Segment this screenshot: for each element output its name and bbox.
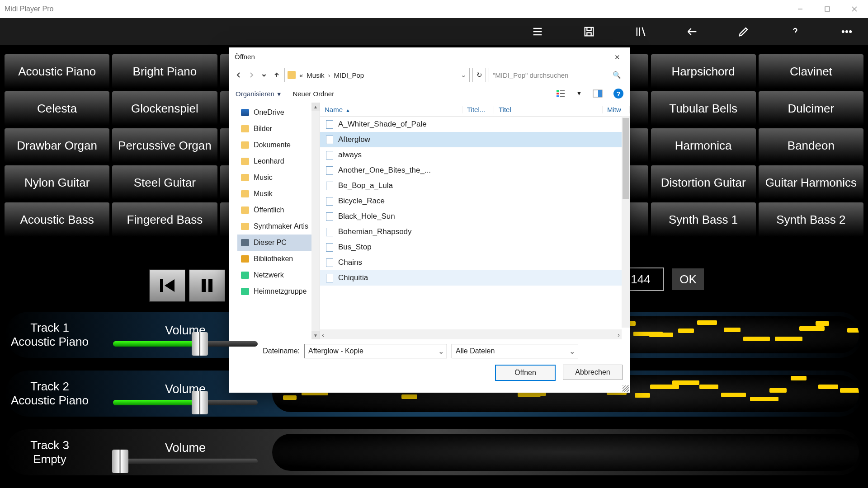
volume-slider[interactable] [113, 400, 258, 405]
instrument-button[interactable]: Glockenspiel [112, 91, 217, 126]
nav-forward-icon[interactable] [246, 70, 256, 80]
instrument-button[interactable]: Dulcimer [759, 91, 863, 126]
chevron-down-icon[interactable]: ⌄ [438, 347, 444, 356]
file-type-filter[interactable]: Alle Dateien⌄ [452, 344, 578, 358]
file-icon [326, 228, 334, 236]
file-row[interactable]: Bohemian_Rhapsody [320, 224, 630, 239]
window-maximize-button[interactable] [814, 0, 841, 18]
instrument-button[interactable]: Celesta [5, 91, 109, 126]
tree-item[interactable]: Musik [237, 186, 320, 202]
preview-pane-icon[interactable] [593, 89, 603, 99]
breadcrumb-item[interactable]: Musik [307, 71, 324, 79]
file-row[interactable]: A_Whiter_Shade_of_Pale [320, 117, 630, 132]
refresh-icon[interactable]: ↻ [472, 68, 486, 82]
search-placeholder: "MIDI_Pop" durchsuchen [493, 71, 568, 79]
save-icon[interactable] [581, 24, 597, 39]
instrument-button[interactable]: Harmonica [651, 128, 756, 163]
tree-item[interactable]: Bibliotheken [237, 251, 320, 267]
dialog-cancel-button[interactable]: Abbrechen [563, 365, 623, 380]
tree-item[interactable]: Dokumente [237, 137, 320, 153]
file-list-hscrollbar[interactable]: ‹› [320, 329, 622, 339]
list-icon[interactable] [530, 24, 545, 39]
instrument-button[interactable]: Clavinet [759, 54, 863, 89]
resize-handle-icon[interactable] [623, 385, 629, 392]
instrument-button[interactable]: Harpsichord [651, 54, 756, 89]
instrument-button[interactable]: Guitar Harmonics [759, 165, 863, 200]
tree-item[interactable]: Heimnetzgruppe [237, 283, 320, 300]
instrument-button[interactable]: Distortion Guitar [651, 165, 756, 200]
breadcrumb-item[interactable]: MIDI_Pop [334, 71, 364, 79]
svg-rect-10 [557, 95, 559, 97]
instrument-button[interactable]: Percussive Organ [112, 128, 217, 163]
instrument-button[interactable]: Synth Bass 1 [651, 202, 756, 237]
pause-button[interactable] [189, 269, 225, 302]
scroll-down-icon[interactable]: ▼ [311, 331, 320, 339]
chevron-down-icon[interactable]: ▼ [576, 90, 582, 97]
folder-icon [241, 223, 249, 230]
sort-asc-icon[interactable]: ▲ [345, 108, 350, 113]
file-row[interactable]: Another_One_Bites_the_... [320, 163, 630, 178]
slider-thumb[interactable] [112, 450, 128, 473]
tree-item[interactable]: Music [237, 169, 320, 186]
file-list-header[interactable]: Name▲ Titel... Titel Mitw [320, 103, 630, 117]
tree-item[interactable]: Öffentlich [237, 202, 320, 218]
tree-item[interactable]: Netzwerk [237, 267, 320, 283]
instrument-button[interactable]: Synth Bass 2 [759, 202, 863, 237]
help-icon[interactable] [788, 24, 803, 39]
volume-slider[interactable] [113, 459, 258, 464]
search-input[interactable]: "MIDI_Pop" durchsuchen 🔍 [489, 68, 625, 82]
file-row[interactable]: Chiquitia [320, 270, 630, 286]
file-row[interactable]: Black_Hole_Sun [320, 209, 630, 224]
chevron-down-icon[interactable]: ⌄ [461, 71, 467, 79]
volume-slider[interactable] [113, 341, 258, 347]
file-row[interactable]: Bicycle_Race [320, 193, 630, 209]
scroll-up-icon[interactable]: ▲ [311, 103, 320, 111]
instrument-button[interactable]: Acoustic Piano [5, 54, 109, 89]
slider-thumb[interactable] [192, 391, 208, 414]
dialog-help-icon[interactable]: ? [613, 89, 623, 99]
window-minimize-button[interactable] [787, 0, 814, 18]
instrument-button[interactable]: Nylon Guitar [5, 165, 109, 200]
tree-item[interactable]: Dieser PC [237, 235, 320, 251]
instrument-button[interactable]: Tubular Bells [651, 91, 756, 126]
file-list-scrollbar[interactable] [622, 116, 630, 328]
more-icon[interactable] [839, 24, 854, 39]
dialog-open-button[interactable]: Öffnen [495, 365, 556, 381]
tree-scrollbar[interactable]: ▲ ▼ [311, 103, 320, 339]
slider-thumb[interactable] [192, 332, 208, 356]
tree-item[interactable]: Synthmaker Artis [237, 218, 320, 235]
file-row[interactable]: Be_Bop_a_Lula [320, 178, 630, 193]
dialog-close-button[interactable]: ✕ [608, 51, 626, 64]
nav-back-icon[interactable] [234, 70, 244, 80]
edit-icon[interactable] [736, 24, 751, 39]
tree-item[interactable]: Leonhard [237, 153, 320, 169]
nav-up-icon[interactable] [272, 70, 282, 80]
back-arrow-icon[interactable] [684, 24, 700, 39]
address-bar[interactable]: « Musik › MIDI_Pop ⌄ [284, 68, 470, 82]
nav-recent-dropdown-icon[interactable] [259, 70, 269, 80]
view-mode-icon[interactable] [556, 89, 566, 99]
file-row[interactable]: Chains [320, 255, 630, 270]
file-row[interactable]: always [320, 147, 630, 163]
instrument-button[interactable]: Acoustic Bass [5, 202, 109, 237]
file-list[interactable]: Name▲ Titel... Titel Mitw A_Whiter_Shade… [320, 103, 630, 339]
tree-item[interactable]: Bilder [237, 121, 320, 137]
tree-item[interactable]: OneDrive [237, 104, 320, 121]
file-row[interactable]: Afterglow [320, 132, 630, 147]
tempo-ok-button[interactable]: OK [672, 268, 704, 290]
skip-back-button[interactable] [149, 269, 185, 302]
new-folder-button[interactable]: Neuer Ordner [292, 90, 334, 98]
filename-input[interactable]: Afterglow - Kopie⌄ [304, 344, 447, 358]
chevron-down-icon[interactable]: ⌄ [569, 347, 575, 356]
instrument-button[interactable]: Steel Guitar [112, 165, 217, 200]
file-row[interactable]: Bus_Stop [320, 239, 630, 255]
instrument-button[interactable]: Drawbar Organ [5, 128, 109, 163]
instrument-button[interactable]: Bright Piano [112, 54, 217, 89]
window-close-button[interactable] [841, 0, 868, 18]
folder-tree[interactable]: OneDriveBilderDokumenteLeonhardMusicMusi… [229, 103, 320, 339]
instrument-button[interactable]: Fingered Bass [112, 202, 217, 237]
instrument-button[interactable]: Bandeon [759, 128, 863, 163]
file-icon [326, 212, 334, 221]
organize-menu[interactable]: Organisieren ▼ [236, 90, 282, 98]
library-icon[interactable] [633, 24, 648, 39]
